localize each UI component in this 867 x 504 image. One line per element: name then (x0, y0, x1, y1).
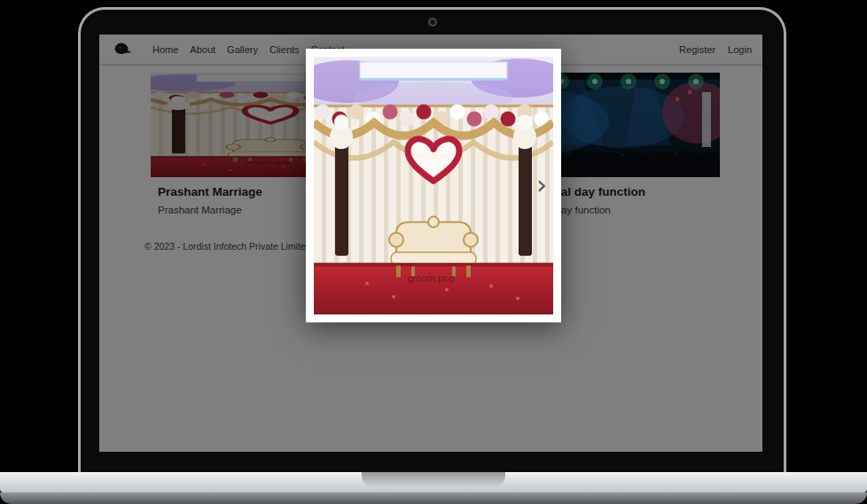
laptop-lid: Home About Gallery Clients Contact Regis… (78, 7, 786, 472)
lightbox-modal: › (306, 49, 561, 322)
webcam-icon (428, 18, 437, 27)
lightbox-next-button[interactable]: › (536, 171, 547, 198)
laptop-mockup: { "navbar": { "brand_icon": "bird-logo-i… (0, 0, 867, 504)
laptop-screen: Home About Gallery Clients Contact Regis… (99, 35, 762, 452)
laptop-lid-notch (362, 472, 505, 486)
laptop-base-edge (0, 492, 867, 504)
lightbox-image (314, 57, 553, 314)
